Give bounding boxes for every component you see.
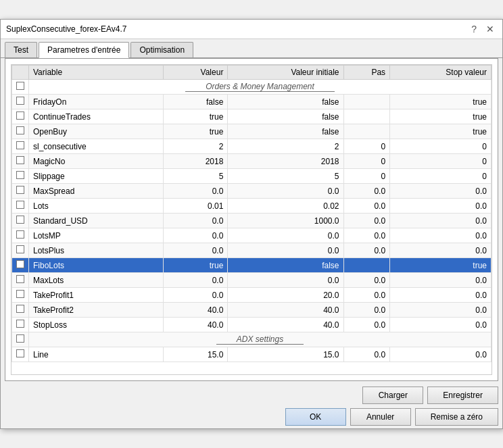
close-button[interactable]: ✕ [483,24,497,34]
row-checkbox[interactable] [16,216,24,224]
row-checkbox-cell[interactable] [12,258,29,273]
row-pas: 0 [343,169,390,184]
row-pas: 0.0 [343,347,390,362]
table-row[interactable]: MagicNo 2018 2018 0 0 [12,154,492,169]
row-valeur-initiale: false [228,109,343,124]
tab-bar: Test Parametres d'entrée Optimisation [1,39,502,58]
row-checkbox-cell[interactable] [12,318,29,332]
row-checkbox[interactable] [16,201,24,209]
row-checkbox[interactable] [16,111,24,120]
row-variable: Standard_USD [29,214,164,228]
row-checkbox-cell[interactable] [12,184,29,199]
table-row[interactable]: OpenBuy true false true [12,124,492,139]
row-checkbox-cell[interactable] [12,288,29,303]
remise-a-zero-button[interactable]: Remise a zéro [415,408,498,426]
row-pas [343,258,390,273]
charger-button[interactable]: Charger [362,387,423,404]
row-checkbox-cell[interactable] [12,154,29,169]
main-window: SuplexConsecutive_forex-EAv4.7 ? ✕ Test … [0,19,503,429]
row-variable: LotsPlus [29,243,164,258]
row-checkbox[interactable] [16,186,24,194]
table-row[interactable]: ContinueTrades true false true [12,109,492,124]
title-bar: SuplexConsecutive_forex-EAv4.7 ? ✕ [1,20,502,39]
row-checkbox-cell[interactable] [12,95,29,109]
tab-test[interactable]: Test [5,42,37,57]
table-row[interactable]: Standard_USD 0.0 1000.0 0.0 0.0 [12,214,492,228]
row-checkbox-cell[interactable] [12,273,29,288]
row-checkbox[interactable] [16,290,24,298]
row-variable: MaxSpread [29,184,164,199]
row-checkbox-cell[interactable] [12,332,29,347]
row-valeur: 0.0 [164,243,228,258]
row-checkbox[interactable] [16,82,24,90]
row-pas: 0 [343,139,390,154]
table-row[interactable]: FiboLots true false true [12,258,492,273]
row-checkbox[interactable] [16,141,24,149]
row-checkbox[interactable] [16,171,24,179]
row-checkbox-cell[interactable] [12,199,29,214]
row-checkbox-cell[interactable] [12,109,29,124]
row-checkbox[interactable] [16,305,24,313]
row-variable: Slippage [29,169,164,184]
row-checkbox[interactable] [16,230,24,239]
table-row[interactable]: LotsPlus 0.0 0.0 0.0 0.0 [12,243,492,258]
row-valeur-initiale: 2018 [228,154,343,169]
row-checkbox-cell[interactable] [12,169,29,184]
row-checkbox[interactable] [16,245,24,253]
row-checkbox[interactable] [16,349,24,357]
row-checkbox[interactable] [16,334,24,343]
row-stop-valeur: 0.0 [390,347,492,362]
row-checkbox[interactable] [16,126,24,134]
row-checkbox[interactable] [16,275,24,283]
table-row[interactable]: Slippage 5 5 0 0 [12,169,492,184]
row-checkbox-cell[interactable] [12,139,29,154]
row-pas: 0.0 [343,184,390,199]
help-button[interactable]: ? [469,24,479,34]
table-row[interactable]: TakeProfit2 40.0 40.0 0.0 0.0 [12,303,492,318]
row-checkbox[interactable] [16,156,24,164]
col-header-valeur: Valeur [164,66,228,80]
row-stop-valeur: 0 [390,154,492,169]
table-row[interactable]: sl_consecutive 2 2 0 0 [12,139,492,154]
main-content: Variable Valeur Valeur initiale Pas Stop… [5,58,498,381]
row-valeur-initiale: 0.0 [228,228,343,243]
ok-button[interactable]: OK [285,408,346,426]
annuler-button[interactable]: Annuler [350,408,411,426]
parameters-table-container[interactable]: Variable Valeur Valeur initiale Pas Stop… [11,64,492,375]
footer-row-1: Charger Enregistrer [5,387,498,404]
enregistrer-button[interactable]: Enregistrer [427,387,498,404]
row-valeur: 0.0 [164,214,228,228]
table-row[interactable]: FridayOn false false true [12,95,492,109]
row-checkbox-cell[interactable] [12,124,29,139]
row-valeur: 40.0 [164,318,228,332]
row-pas [343,109,390,124]
table-row[interactable]: MaxLots 0.0 0.0 0.0 0.0 [12,273,492,288]
table-row[interactable]: TakeProfit1 0.0 20.0 0.0 0.0 [12,288,492,303]
col-header-valeur-initiale: Valeur initiale [228,66,343,80]
parameters-table: Variable Valeur Valeur initiale Pas Stop… [11,65,492,362]
row-checkbox[interactable] [16,260,24,268]
table-row[interactable]: Orders & Money Management [12,80,492,95]
row-stop-valeur: 0.0 [390,199,492,214]
table-row[interactable]: Line 15.0 15.0 0.0 0.0 [12,347,492,362]
row-checkbox[interactable] [16,320,24,328]
tab-parametres[interactable]: Parametres d'entrée [39,42,129,58]
table-row[interactable]: Lots 0.01 0.02 0.0 0.0 [12,199,492,214]
row-stop-valeur: true [390,95,492,109]
row-stop-valeur: true [390,258,492,273]
row-variable: MagicNo [29,154,164,169]
row-checkbox-cell[interactable] [12,243,29,258]
row-valeur-initiale: 0.0 [228,184,343,199]
table-row[interactable]: StopLoss 40.0 40.0 0.0 0.0 [12,318,492,332]
row-checkbox-cell[interactable] [12,214,29,228]
row-checkbox-cell[interactable] [12,80,29,95]
row-checkbox-cell[interactable] [12,228,29,243]
row-variable: TakeProfit2 [29,303,164,318]
table-row[interactable]: LotsMP 0.0 0.0 0.0 0.0 [12,228,492,243]
table-row[interactable]: MaxSpread 0.0 0.0 0.0 0.0 [12,184,492,199]
table-row[interactable]: ADX settings [12,332,492,347]
tab-optimisation[interactable]: Optimisation [130,42,193,57]
row-checkbox-cell[interactable] [12,303,29,318]
row-checkbox-cell[interactable] [12,347,29,362]
row-checkbox[interactable] [16,97,24,105]
